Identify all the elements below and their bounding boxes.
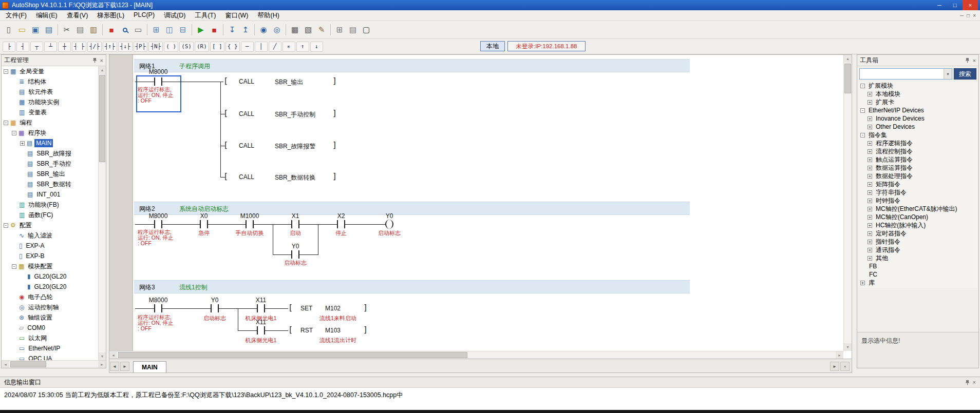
tree-label[interactable]: SBR_输出 [35,169,66,179]
tree-label[interactable]: 配置 [18,221,33,230]
ladder-tool-21[interactable]: ↓ [310,42,323,52]
project-tree-item-19[interactable]: -▦模块配置 [2,261,98,271]
tree-label[interactable]: 全局变量 [18,67,46,76]
project-tree-item-10[interactable]: ▤SBR_输出 [2,169,98,179]
compile-all-icon[interactable]: ▧ [302,24,314,36]
expand-icon[interactable]: + [868,215,872,220]
menu-item-8[interactable]: 帮助(H) [253,10,284,21]
ladder-tool-7[interactable]: ┤↑├ [103,42,117,52]
contact[interactable] [246,220,254,228]
toolbox-tree-item-22[interactable]: FB [858,262,977,270]
ladder-tool-9[interactable]: ┤P├ [134,42,148,52]
call-operand[interactable]: SBR_手动控制 [275,110,315,119]
collapse-icon[interactable]: - [12,131,16,135]
tree-label[interactable]: 电子凸轮 [26,292,54,302]
project-tree-item-13[interactable]: ▥功能块(FB) [2,200,98,210]
maximize-button[interactable]: □ [947,0,963,10]
save-icon[interactable]: ▣ [29,24,42,36]
expand-icon[interactable]: + [868,190,872,195]
tree-label[interactable]: EXP-A [25,242,46,250]
project-tree-item-21[interactable]: ▮GL20(GL20 [2,282,98,292]
expand-icon[interactable]: + [868,92,872,96]
ladder-tool-10[interactable]: ┤N├ [148,42,163,52]
ladder-tool-14[interactable]: [ ] [210,42,224,52]
close-panel-icon[interactable]: × [973,57,976,64]
contact[interactable] [154,220,162,228]
trace-icon[interactable]: ◎ [271,24,283,36]
tab-scroll-right-button[interactable]: ► [120,362,129,371]
tree-label[interactable]: MAIN [34,139,53,147]
expand-icon[interactable]: + [868,149,872,154]
collapse-icon[interactable]: - [4,69,8,74]
ladder-tool-3[interactable]: ┴ [44,42,57,52]
tree-label[interactable]: SBR_故障报 [35,149,72,159]
cross-ref-icon[interactable]: ⊞ [333,24,346,36]
contact-label[interactable]: M8000 [140,68,176,75]
mdi-restore-button[interactable]: □ [967,13,970,18]
project-tree-item-17[interactable]: ▯EXP-A [2,241,98,251]
tree-label[interactable]: 其他 [874,253,890,263]
contact[interactable] [154,304,162,312]
download-icon[interactable]: ↧ [226,24,238,36]
scroll-right-button[interactable]: ► [836,351,843,359]
tree-label[interactable]: INT_001 [35,190,62,199]
ladder-tool-12[interactable]: (S) [179,42,194,52]
scroll-right-button[interactable]: ► [98,361,106,368]
expand-icon[interactable]: + [868,223,872,228]
coil-label[interactable]: Y0 [371,212,407,220]
call-bracket[interactable]: ] [332,172,337,181]
collapse-icon[interactable]: - [4,121,8,125]
project-tree-item-18[interactable]: ▯EXP-B [2,251,98,261]
scroll-left-button[interactable]: ◄ [2,361,9,368]
project-tree-item-2[interactable]: ▤软元件表 [2,87,98,97]
scroll-thumb[interactable] [99,75,105,162]
stop-icon[interactable]: ■ [208,24,220,36]
contact[interactable] [291,250,299,259]
ladder-view-icon[interactable]: ⊞ [150,24,162,36]
project-tree-vscrollbar[interactable]: ▲ ▼ [98,66,106,360]
run-icon[interactable]: ▶ [195,24,207,36]
call-bracket[interactable]: ] [332,109,337,118]
ladder-tool-1[interactable]: ┤ [16,42,29,52]
expand-icon[interactable]: + [868,100,872,105]
collapse-icon[interactable]: - [860,84,865,88]
print-icon[interactable]: ▭ [132,24,144,36]
ladder-tool-16[interactable]: ─ [241,42,254,52]
project-tree-hscrollbar[interactable]: ◄ ► [2,360,106,368]
coil[interactable] [385,220,393,229]
call-operand[interactable]: SBR_数据转换 [275,173,315,182]
menu-item-7[interactable]: 窗口(W) [220,10,253,21]
tree-label[interactable]: 轴组设置 [26,313,54,323]
monitor-icon[interactable]: ◉ [257,24,270,36]
project-tree-item-27[interactable]: ▭EtherNet/IP [2,343,98,353]
mdi-close-button[interactable]: × [973,13,976,18]
contact-label[interactable]: X11 [243,297,279,304]
contact[interactable] [337,220,345,228]
window-split-icon[interactable]: ⊟ [177,24,189,36]
project-tree-item-3[interactable]: ▦功能块实例 [2,97,98,107]
ladder-tool-0[interactable]: ├ [3,42,15,52]
call-bracket[interactable]: [ [223,109,228,118]
tab-next-button[interactable]: ► [830,362,839,371]
expand-icon[interactable]: + [868,199,872,203]
delete-icon[interactable]: ■ [105,24,118,36]
toolbox-tree-item-21[interactable]: +其他 [858,254,977,262]
new-file-icon[interactable]: ▯ [3,24,15,36]
call-bracket[interactable]: ] [332,141,337,150]
project-tree-item-8[interactable]: ▤SBR_故障报 [2,148,98,159]
pin-icon[interactable] [92,57,98,63]
menu-item-6[interactable]: 工具(T) [190,10,220,21]
contact-label[interactable]: X0 [186,212,222,220]
network-3-header[interactable]: 网络3 流线1控制 [134,280,690,293]
toolbox-tree-item-3[interactable]: -EtherNet/IP Devices [858,106,977,114]
expand-icon[interactable]: + [868,182,872,187]
set-bracket[interactable]: ] [363,303,368,312]
project-tree-item-22[interactable]: ◉电子凸轮 [2,292,98,302]
contact-label[interactable]: M8000 [140,212,176,220]
project-tree-item-15[interactable]: -⚙配置 [2,220,98,230]
expand-icon[interactable]: + [868,141,872,146]
find-icon[interactable] [119,24,131,36]
contact-label[interactable]: X11 [243,319,279,326]
tree-label[interactable]: EtherNet/IP [27,344,62,352]
tree-label[interactable]: EtherNet/IP Devices [867,106,926,114]
